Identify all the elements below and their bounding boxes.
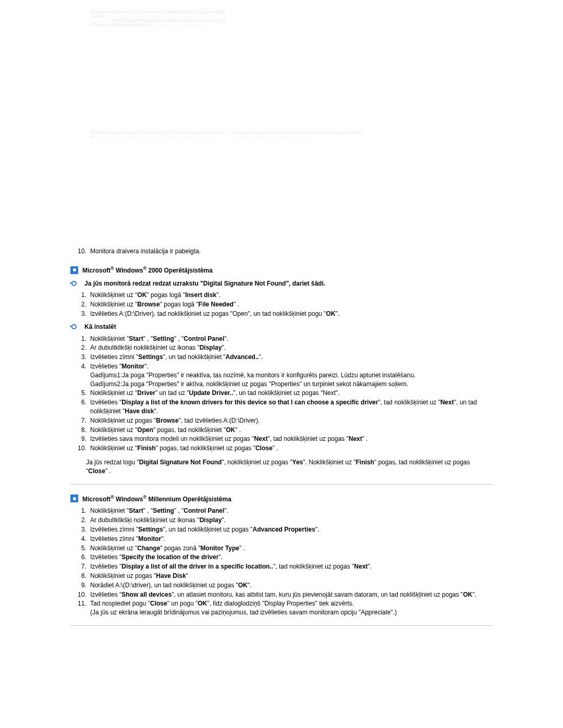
install-note: Ja jūs redzat logu "Digital Signature No… <box>86 458 493 476</box>
sub-title: Ja jūs monitorā redzat redzat uzrakstu "… <box>84 279 325 288</box>
image-row-1: / / / / / / / / / / / / / / / / / / / / … <box>91 10 493 127</box>
sub-title: Kā instalēt <box>84 323 116 331</box>
step-item: Norādiet A:\(D:\driver), un tad noklikšķ… <box>88 581 493 590</box>
svg-point-1 <box>73 497 76 500</box>
section-bullet-icon <box>70 495 78 502</box>
step-item: Noklikšķiniet uz pogas "Browse", tad izv… <box>88 416 493 425</box>
screenshot-placeholder: / / / / / / / / / / / / / / / / / / / / … <box>234 131 368 243</box>
step-item: Noklikšķiniet uz "Open" pogas, tad nokli… <box>88 426 493 435</box>
sub-heading-install: Kā instalēt <box>70 323 493 331</box>
ring-icon <box>70 280 79 287</box>
step-item: Noklikšķiniet uz "Browse" pogas logā "Fi… <box>88 300 493 309</box>
page-content: / / / / / / / / / / / / / / / / / / / / … <box>70 10 493 626</box>
me-steps: Noklikšķiniet "Start" , "Setting" , "Con… <box>70 507 493 617</box>
screenshot-placeholder: / / / / / / / / / / / / / / / / / / / / … <box>91 131 226 243</box>
section-heading-win2000: Microsoft® Windows® 2000 Operētājsistēma <box>70 265 493 275</box>
step-item: Ar dubultklikšķi noklikšķiniet uz ikonas… <box>88 343 493 352</box>
section-title: Microsoft® Windows® Millennium Operētājs… <box>82 494 231 504</box>
step-item: Izvēlieties sava monitora modeli un nokl… <box>88 435 493 443</box>
step-item: Noklikšķiniet uz "Driver" un tad uz "Upd… <box>88 389 493 398</box>
ring-icon <box>70 324 79 330</box>
step-item: Noklikšķiniet "Start" , "Setting" , "Con… <box>88 507 493 515</box>
step10-list: Monitora draivera instalācija ir pabeigt… <box>70 247 493 256</box>
step-item: Izvēlieties "Display a list of all the d… <box>88 562 493 571</box>
step-item: Izvēlieties "Show all devices", un atlas… <box>88 590 493 599</box>
step-item: Izvēlieties "Specify the location of the… <box>88 553 493 562</box>
separator <box>70 484 493 485</box>
separator <box>70 625 493 626</box>
step-item: Noklikšķiniet uz "Finish" pogas, tad nok… <box>88 444 493 453</box>
step-item: Monitora draivera instalācija ir pabeigt… <box>88 247 493 256</box>
step-item: Izvēlieties A:(D:\Driver), tad noklikšķi… <box>88 310 493 318</box>
step-item: Noklikšķiniet "Start" , "Setting" , "Con… <box>88 335 493 343</box>
step-item: Izvēlieties "Monitor".Gadījums1:Ja poga … <box>88 362 493 388</box>
step-item: Noklikšķiniet uz "OK" pogas logā "Insert… <box>88 291 493 300</box>
step-item: Noklikšķiniet uz pogas "Have Disk" <box>88 572 493 581</box>
step-item: Izvēlieties zīmni "Monitor". <box>88 535 493 544</box>
screenshot-placeholder: / / / / / / / / / / / / / / / / / / / / … <box>91 10 226 122</box>
step-item: Izvēlieties zīmni "Settings", un tad nok… <box>88 353 493 362</box>
image-row-2: / / / / / / / / / / / / / / / / / / / / … <box>91 131 493 243</box>
section-title: Microsoft® Windows® 2000 Operētājsistēma <box>82 265 213 275</box>
step-item: Ar dubultklikšķi noklikšķiniet uz ikonas… <box>88 516 493 525</box>
step-item: Noklikšķiniet uz "Change" pogas zonā "Mo… <box>88 544 493 553</box>
svg-point-0 <box>73 268 76 272</box>
step-item: Izvēlieties "Display a list of the known… <box>88 398 493 416</box>
signature-steps: Noklikšķiniet uz "OK" pogas logā "Insert… <box>70 291 493 318</box>
section-bullet-icon <box>70 266 78 274</box>
sub-heading-signature: Ja jūs monitorā redzat redzat uzrakstu "… <box>70 279 493 288</box>
section-heading-winme: Microsoft® Windows® Millennium Operētājs… <box>70 494 493 504</box>
step-item: Tad nospiediet pogu "Close" un pogu "OK"… <box>88 599 493 617</box>
install-steps: Noklikšķiniet "Start" , "Setting" , "Con… <box>70 335 493 453</box>
step-item: Izvēlieties zīmni "Settings", un tad nok… <box>88 525 493 534</box>
